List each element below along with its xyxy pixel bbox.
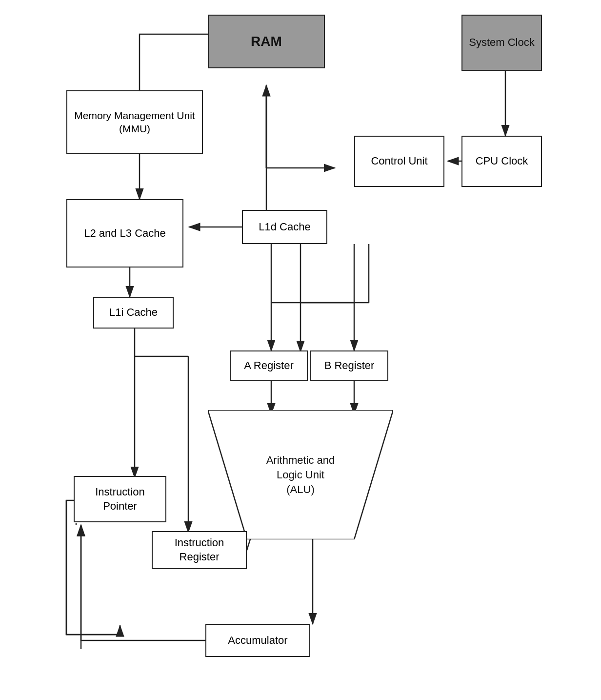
alu-svg: Arithmetic and Logic Unit (ALU) bbox=[208, 410, 393, 539]
control-unit-box: Control Unit bbox=[354, 136, 444, 187]
l2l3-cache-box: L2 and L3 Cache bbox=[66, 199, 183, 268]
instruction-pointer-box: Instruction Pointer bbox=[74, 476, 166, 522]
svg-text:Arithmetic and: Arithmetic and bbox=[266, 454, 335, 466]
accumulator-box: Accumulator bbox=[205, 624, 310, 657]
instruction-register-box: Instruction Register bbox=[152, 531, 247, 569]
svg-text:(ALU): (ALU) bbox=[286, 483, 314, 495]
ram-box: RAM bbox=[208, 15, 325, 68]
diagram-container: RAM System Clock Memory Management Unit … bbox=[57, 0, 544, 683]
a-register-box: A Register bbox=[230, 350, 308, 381]
l1i-cache-box: L1i Cache bbox=[93, 297, 174, 329]
system-clock-box: System Clock bbox=[461, 15, 542, 71]
l1d-cache-box: L1d Cache bbox=[242, 210, 327, 244]
svg-text:Logic Unit: Logic Unit bbox=[277, 469, 324, 481]
cpu-clock-box: CPU Clock bbox=[461, 136, 542, 187]
b-register-box: B Register bbox=[310, 350, 388, 381]
mmu-box: Memory Management Unit (MMU) bbox=[66, 90, 203, 154]
